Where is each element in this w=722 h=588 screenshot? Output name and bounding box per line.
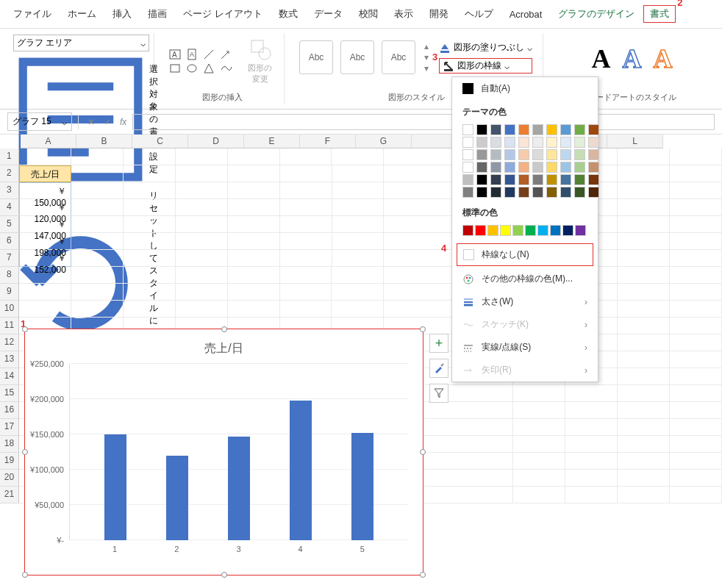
triangle-icon[interactable] xyxy=(203,62,216,74)
color-swatch[interactable] xyxy=(574,124,585,135)
color-swatch[interactable] xyxy=(588,162,599,173)
textbox-icon[interactable]: A xyxy=(169,49,182,60)
cell[interactable] xyxy=(618,487,670,503)
dd-more-colors[interactable]: その他の枠線の色(M)... xyxy=(452,268,598,290)
color-swatch[interactable] xyxy=(532,149,543,160)
cell[interactable] xyxy=(618,385,670,402)
color-swatch[interactable] xyxy=(518,124,529,135)
menu-formulas[interactable]: 数式 xyxy=(271,4,305,24)
arrow-icon[interactable] xyxy=(220,49,233,60)
row-header[interactable]: 17 xyxy=(0,419,19,436)
gallery-down-icon[interactable]: ▾ xyxy=(424,52,429,62)
cell[interactable] xyxy=(565,402,618,419)
row-header[interactable]: 12 xyxy=(0,334,19,351)
resize-handle[interactable] xyxy=(22,449,28,455)
fx-button[interactable]: fx xyxy=(117,115,129,129)
row-header[interactable]: 5 xyxy=(0,216,19,233)
col-header[interactable]: E xyxy=(244,135,300,148)
dd-no-border[interactable]: 4 枠線なし(N) xyxy=(457,244,593,265)
color-swatch[interactable] xyxy=(588,187,599,198)
col-header[interactable]: G xyxy=(356,135,412,148)
color-swatch[interactable] xyxy=(462,187,473,198)
color-swatch[interactable] xyxy=(532,187,543,198)
cell[interactable] xyxy=(618,351,670,368)
cell[interactable] xyxy=(228,284,280,301)
color-swatch[interactable] xyxy=(546,137,557,148)
color-swatch[interactable] xyxy=(560,149,571,160)
color-swatch[interactable] xyxy=(546,149,557,160)
cell[interactable] xyxy=(565,436,618,453)
cell[interactable] xyxy=(618,148,670,165)
cell[interactable]: ￥ 152,000 xyxy=(19,250,71,267)
cell[interactable] xyxy=(124,284,176,301)
color-swatch[interactable] xyxy=(532,162,543,173)
color-swatch[interactable] xyxy=(588,149,599,160)
cell[interactable] xyxy=(332,284,384,301)
cell[interactable] xyxy=(176,250,228,267)
menu-format[interactable]: 書式 xyxy=(650,8,669,19)
cell[interactable] xyxy=(565,419,618,436)
menu-acrobat[interactable]: Acrobat xyxy=(502,6,550,23)
cell[interactable] xyxy=(670,419,722,436)
color-swatch[interactable] xyxy=(574,187,585,198)
color-swatch[interactable] xyxy=(562,225,573,236)
cell[interactable] xyxy=(280,216,332,233)
cell[interactable] xyxy=(670,284,722,301)
cell[interactable] xyxy=(176,148,228,165)
cell[interactable] xyxy=(618,233,670,250)
cell[interactable] xyxy=(71,301,124,318)
cell[interactable] xyxy=(670,182,722,199)
cell[interactable] xyxy=(513,470,565,487)
cell[interactable] xyxy=(71,182,124,199)
shape-fill-button[interactable]: 図形の塗りつぶし ⌵ xyxy=(439,41,532,54)
cell[interactable]: ￥ 120,000 xyxy=(19,199,71,216)
cell[interactable] xyxy=(71,250,124,267)
cell[interactable] xyxy=(124,182,176,199)
cell[interactable] xyxy=(670,318,722,334)
cell[interactable] xyxy=(228,250,280,267)
row-header[interactable]: 7 xyxy=(0,250,19,267)
cell[interactable] xyxy=(670,165,722,182)
row-header[interactable]: 1 xyxy=(0,148,19,165)
menu-home[interactable]: ホーム xyxy=(60,4,104,24)
color-swatch[interactable] xyxy=(512,225,523,236)
color-swatch[interactable] xyxy=(462,124,473,135)
resize-handle[interactable] xyxy=(221,572,227,578)
row-header[interactable]: 3 xyxy=(0,182,19,199)
row-header[interactable]: 13 xyxy=(0,351,19,368)
cell[interactable] xyxy=(71,148,124,165)
cell[interactable] xyxy=(513,487,565,503)
cell[interactable] xyxy=(19,284,71,301)
color-swatch[interactable] xyxy=(476,187,487,198)
color-swatch[interactable] xyxy=(560,174,571,185)
row-header[interactable]: 6 xyxy=(0,233,19,250)
cell[interactable] xyxy=(280,199,332,216)
cell[interactable]: 売上/日 xyxy=(19,165,71,182)
row-header[interactable]: 20 xyxy=(0,470,19,487)
cell[interactable] xyxy=(228,148,280,165)
color-swatch[interactable] xyxy=(490,149,501,160)
cell[interactable] xyxy=(280,182,332,199)
cell[interactable]: ￥ 147,000 xyxy=(19,216,71,233)
cell[interactable] xyxy=(670,402,722,419)
cell[interactable] xyxy=(513,385,565,402)
col-header[interactable]: L xyxy=(607,135,663,148)
color-swatch[interactable] xyxy=(476,174,487,185)
row-header[interactable]: 15 xyxy=(0,385,19,402)
cell[interactable] xyxy=(618,453,670,470)
dd-auto[interactable]: 自動(A) xyxy=(452,77,598,100)
cell[interactable] xyxy=(670,334,722,351)
cell[interactable] xyxy=(176,284,228,301)
cell[interactable] xyxy=(228,182,280,199)
gallery-more-icon[interactable]: ▾ xyxy=(424,63,429,74)
cell[interactable] xyxy=(670,385,722,402)
col-header[interactable]: B xyxy=(76,135,132,148)
cell[interactable] xyxy=(332,301,384,318)
row-header[interactable]: 11 xyxy=(0,318,19,334)
color-swatch[interactable] xyxy=(560,124,571,135)
cell[interactable] xyxy=(124,165,176,182)
style-thumb-2[interactable]: Abc xyxy=(340,40,374,74)
resize-handle[interactable] xyxy=(420,572,426,578)
menu-insert[interactable]: 挿入 xyxy=(105,4,139,24)
color-swatch[interactable] xyxy=(546,174,557,185)
